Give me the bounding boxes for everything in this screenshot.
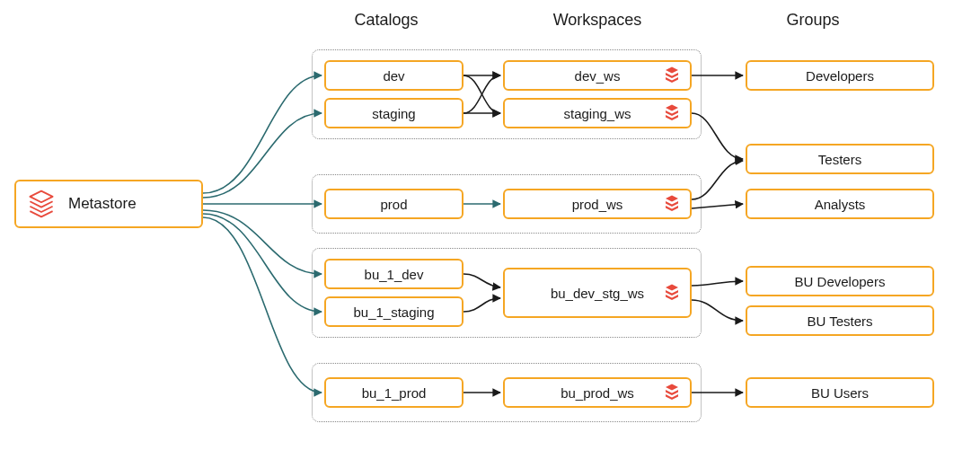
catalog-bu1staging-label: bu_1_staging <box>353 305 434 320</box>
catalog-bu1dev: bu_1_dev <box>324 259 464 289</box>
workspace-buprodws: bu_prod_ws <box>503 377 692 408</box>
workspace-buprodws-label: bu_prod_ws <box>561 385 634 401</box>
catalog-bu1staging: bu_1_staging <box>324 296 464 327</box>
catalog-staging: staging <box>324 98 464 128</box>
workspace-budevstgws-label: bu_dev_stg_ws <box>551 286 644 301</box>
header-workspaces: Workspaces <box>548 11 647 30</box>
databricks-icon <box>663 194 681 215</box>
group-butesters: BU Testers <box>746 305 934 336</box>
databricks-icon <box>663 103 681 124</box>
workspace-devws: dev_ws <box>503 60 692 91</box>
group-buusers-label: BU Users <box>811 385 869 401</box>
workspace-devws-label: dev_ws <box>575 68 621 84</box>
catalog-staging-label: staging <box>372 106 415 121</box>
metastore-node: Metastore <box>14 180 203 228</box>
group-testers-label: Testers <box>818 152 861 167</box>
workspace-prodws-label: prod_ws <box>572 197 623 212</box>
catalog-prod-label: prod <box>380 197 407 212</box>
group-budevelopers: BU Developers <box>746 266 934 296</box>
databricks-icon <box>663 383 681 403</box>
header-catalogs: Catalogs <box>350 11 422 30</box>
group-analysts: Analysts <box>746 189 934 219</box>
databricks-icon <box>663 66 681 86</box>
metastore-label: Metastore <box>68 195 137 213</box>
catalog-prod: prod <box>324 189 464 219</box>
group-developers: Developers <box>746 60 934 91</box>
catalog-bu1dev-label: bu_1_dev <box>365 267 424 282</box>
workspace-prodws: prod_ws <box>503 189 692 219</box>
group-budevelopers-label: BU Developers <box>795 274 886 289</box>
catalog-bu1prod: bu_1_prod <box>324 377 464 408</box>
catalog-dev: dev <box>324 60 464 91</box>
databricks-icon <box>663 283 681 304</box>
workspace-budevstgws: bu_dev_stg_ws <box>503 268 692 318</box>
workspace-stagingws-label: staging_ws <box>563 106 631 121</box>
group-developers-label: Developers <box>806 68 874 84</box>
group-butesters-label: BU Testers <box>807 313 872 329</box>
databricks-icon <box>23 186 59 222</box>
group-testers: Testers <box>746 144 934 174</box>
header-groups: Groups <box>781 11 844 30</box>
catalog-bu1prod-label: bu_1_prod <box>362 385 427 401</box>
catalog-dev-label: dev <box>383 68 404 84</box>
group-buusers: BU Users <box>746 377 934 408</box>
group-analysts-label: Analysts <box>815 197 866 212</box>
workspace-stagingws: staging_ws <box>503 98 692 128</box>
